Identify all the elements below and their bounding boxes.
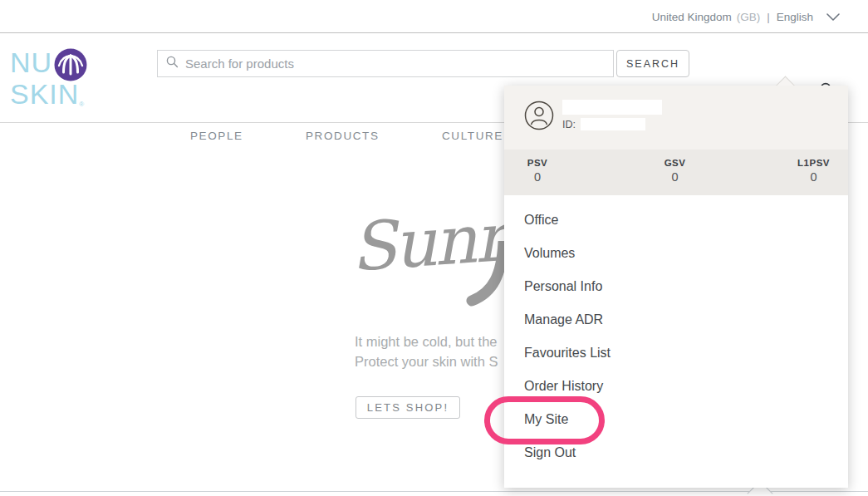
stat-gsv-label: GSV [660,158,690,168]
menu-item-manage-adr[interactable]: Manage ADR [504,303,848,336]
registered-mark: ® [79,101,85,108]
chevron-down-icon[interactable] [826,13,840,21]
stat-l1psv-value: 0 [797,170,830,184]
avatar-icon [524,101,554,130]
nuskin-logo[interactable]: NU SKIN® [10,50,90,107]
locale-bar: United Kingdom (GB) | English [0,0,868,33]
stat-gsv-value: 0 [660,170,690,184]
bottom-divider [0,491,868,492]
page: United Kingdom (GB) | English NU [0,0,868,496]
locale-selector[interactable]: United Kingdom (GB) | English [652,0,840,33]
logo-line2: SKIN [10,78,79,110]
menu-item-volumes[interactable]: Volumes [504,237,848,270]
locale-separator: | [765,11,772,23]
country-label: United Kingdom [652,11,732,23]
id-label: ID: [562,119,576,130]
nav-item-products[interactable]: PRODUCTS [306,130,380,142]
lets-shop-button[interactable]: LETS SHOP! [356,396,460,419]
menu-item-office[interactable]: Office [504,204,848,237]
account-dropdown: ID: PSV 0 GSV 0 L1PSV 0 Office Volumes P… [504,86,848,488]
stat-psv-label: PSV [522,158,552,168]
search-box [157,50,614,77]
stat-l1psv-label: L1PSV [797,158,830,168]
account-header: ID: [504,86,848,150]
country-code: (GB) [737,11,761,23]
nav-item-people[interactable]: PEOPLE [190,130,243,142]
redacted-user-id [581,118,645,130]
menu-item-favourites-list[interactable]: Favourites List [504,336,848,370]
stat-l1psv: L1PSV 0 [797,158,830,195]
stat-gsv: GSV 0 [660,158,690,195]
search-icon [166,56,179,71]
language-label: English [777,11,813,23]
logo-line1: NU [10,50,52,76]
search-button[interactable]: SEARCH [616,50,689,77]
volume-stats: PSV 0 GSV 0 L1PSV 0 [504,150,848,195]
menu-item-personal-info[interactable]: Personal Info [504,270,848,303]
account-menu-list: Office Volumes Personal Info Manage ADR … [504,195,848,479]
nav-item-culture[interactable]: CULTURE [442,130,503,142]
menu-item-order-history[interactable]: Order History [504,370,848,403]
redacted-user-name [562,100,662,115]
stat-psv: PSV 0 [522,158,552,195]
stat-psv-value: 0 [522,170,552,184]
menu-item-sign-out[interactable]: Sign Out [504,436,848,469]
menu-item-my-site[interactable]: My Site [504,403,848,436]
search-input[interactable] [185,56,613,71]
fountain-icon [54,48,87,81]
